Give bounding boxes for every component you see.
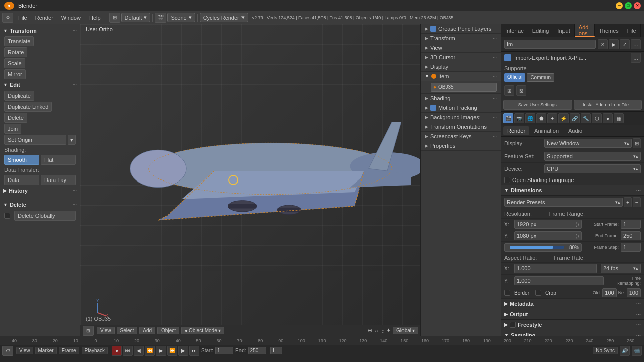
display-extra-btn[interactable]: ⊞ — [633, 138, 641, 148]
menu-help[interactable]: Help — [85, 14, 105, 22]
scene-icon[interactable]: 🎬 — [155, 13, 166, 23]
data-button[interactable]: Data — [4, 175, 39, 185]
end-frame-field[interactable]: 250 — [621, 231, 641, 240]
shading-prop-item[interactable]: ▶ Shading ··· — [421, 94, 501, 103]
scene-dropdown[interactable]: Scene ▾ — [167, 13, 195, 22]
render-tab[interactable]: Render — [503, 126, 529, 135]
3d-cursor-item[interactable]: ▶ 3D Cursor ··· — [421, 53, 501, 62]
presets-remove-btn[interactable]: − — [633, 197, 641, 207]
material-icon[interactable]: ● — [603, 113, 613, 123]
mode-dropdown[interactable]: ● Object Mode ▾ — [181, 327, 224, 334]
viewport[interactable]: User Ortho — [80, 24, 420, 336]
menu-file[interactable]: File — [14, 14, 31, 22]
tag-community[interactable]: Commun — [527, 73, 554, 82]
history-options[interactable]: ··· — [73, 188, 77, 194]
addon-expand-btn[interactable]: … — [631, 53, 641, 63]
join-button[interactable]: Join — [4, 124, 21, 134]
renderer-dropdown[interactable]: Cycles Render ▾ — [200, 13, 248, 22]
border-checkbox[interactable] — [504, 290, 510, 296]
tool-icon-1[interactable]: ⊕ — [368, 327, 372, 334]
feature-set-dropdown[interactable]: Supported ▾▴ — [544, 152, 641, 161]
camera-icon[interactable]: 📷 — [514, 113, 524, 123]
x-resolution-field[interactable]: 1920 px ⟨⟩ — [514, 220, 582, 229]
tl-playback-btn[interactable]: Playback — [82, 347, 108, 354]
object-icon-render[interactable]: ⬟ — [536, 113, 546, 123]
texture-icon[interactable]: ▦ — [614, 113, 624, 123]
tab-interface[interactable]: Interfac — [501, 24, 528, 37]
dimensions-header[interactable]: ▼ Dimensions ··· — [501, 185, 644, 196]
add-menu[interactable]: Add — [139, 327, 155, 334]
addons-more-btn[interactable]: … — [631, 39, 641, 49]
delete-header[interactable]: ▼ Delete ··· — [0, 200, 80, 209]
delete-button[interactable]: Delete — [4, 113, 27, 123]
motion-tracking-checkbox[interactable] — [430, 105, 436, 111]
delete-globally-checkbox[interactable] — [4, 213, 10, 219]
addons-check-icon[interactable]: ✓ — [620, 39, 630, 49]
data-lay-button[interactable]: Data Lay — [41, 175, 76, 185]
new-field[interactable]: 100 — [627, 288, 641, 297]
grease-pencil-layers-item[interactable]: ▶ Grease Pencil Layers ··· — [421, 24, 501, 34]
frame-step-field[interactable]: 1 — [621, 243, 641, 252]
sampling-header[interactable]: ▼ Sampling ··· — [501, 330, 644, 336]
physics-icon[interactable]: ⚡ — [558, 113, 569, 123]
audio-icon[interactable]: 🔊 — [620, 346, 630, 356]
set-origin-button[interactable]: Set Origin — [4, 135, 66, 145]
addon-item-row[interactable]: Import-Export: Import X-Pla... … — [501, 52, 644, 64]
menu-window[interactable]: Window — [57, 14, 85, 22]
freestyle-header[interactable]: ▶ Freestyle ··· — [501, 320, 644, 330]
next-keyframe-btn[interactable]: ⏩ — [167, 346, 177, 356]
tag-official[interactable]: Official — [504, 73, 525, 82]
prev-keyframe-btn[interactable]: ⏪ — [145, 346, 155, 356]
tool-icon-4[interactable]: ✦ — [386, 327, 391, 334]
item-prop-item[interactable]: ▼ Item ··· — [421, 72, 501, 81]
scale-button[interactable]: Scale — [4, 58, 25, 68]
install-addon-button[interactable]: Install Add-on from File... — [574, 100, 642, 110]
viewport-canvas[interactable]: Y X (1) OBJ35 — [80, 24, 420, 336]
view-menu[interactable]: View — [97, 327, 115, 334]
tab-editing[interactable]: Editing — [528, 24, 554, 37]
delete-globally-button[interactable]: Delete Globally — [14, 211, 76, 221]
particles-icon[interactable]: ✦ — [547, 113, 557, 123]
device-dropdown[interactable]: CPU ▾▴ — [544, 164, 641, 173]
start-frame-field[interactable]: 1 — [621, 220, 641, 229]
maximize-button[interactable]: □ — [625, 2, 632, 9]
addon-checkbox[interactable] — [504, 54, 511, 61]
frame-rate-field[interactable]: 24 fps ▾▴ — [601, 264, 641, 273]
ay-field[interactable]: 1.000 — [514, 276, 604, 285]
addons-search-input[interactable] — [504, 40, 596, 49]
prev-frame-btn[interactable]: ◀ — [134, 346, 144, 356]
save-settings-button[interactable]: Save User Settings — [503, 100, 572, 110]
transform-orient-item[interactable]: ▶ Transform Orientations ··· — [421, 122, 501, 132]
global-dropdown[interactable]: Global ▾ — [393, 327, 418, 334]
display-dropdown[interactable]: New Window ▾▴ — [544, 139, 632, 148]
display-prop-item[interactable]: ▶ Display ··· — [421, 62, 501, 72]
crop-checkbox[interactable] — [535, 290, 541, 296]
edit-options[interactable]: ··· — [73, 82, 77, 88]
y-resolution-field[interactable]: 1080 px ⟨⟩ — [514, 231, 582, 240]
record-btn[interactable]: ● — [112, 346, 122, 356]
mirror-button[interactable]: Mirror — [4, 69, 26, 79]
data-icon-render[interactable]: ⬡ — [592, 113, 602, 123]
tab-system[interactable]: System — [641, 24, 644, 37]
video-icon[interactable]: 📹 — [632, 346, 642, 356]
close-button[interactable]: ✕ — [634, 2, 641, 9]
tl-view-btn[interactable]: View — [16, 347, 33, 354]
view-icon[interactable]: ⊞ — [109, 13, 120, 23]
minimize-button[interactable]: ─ — [616, 2, 623, 9]
play-controls[interactable]: ⏮ — [123, 346, 133, 356]
play-btn[interactable]: ▶ — [156, 346, 166, 356]
obj35-input[interactable]: ● OBJ35 — [431, 83, 497, 92]
tab-file[interactable]: File — [623, 24, 641, 37]
audio-tab[interactable]: Audio — [564, 126, 586, 135]
tab-themes[interactable]: Themes — [595, 24, 623, 37]
render-presets-dropdown[interactable]: Render Presets ▾▴ — [504, 198, 623, 207]
timeline-icon[interactable]: ⏱ — [2, 346, 13, 356]
render-icon[interactable]: 🎬 — [503, 113, 513, 123]
metadata-header[interactable]: ▶ Metadata ··· — [501, 299, 644, 309]
tool-icon-2[interactable]: ↔ — [374, 328, 380, 334]
tl-marker-btn[interactable]: Marker — [35, 347, 57, 354]
layout-dropdown[interactable]: Default ▾ — [121, 13, 151, 22]
motion-tracking-item[interactable]: ▶ Motion Tracking ··· — [421, 103, 501, 113]
open-shading-checkbox[interactable] — [504, 177, 510, 183]
menu-render[interactable]: Render — [31, 14, 57, 22]
